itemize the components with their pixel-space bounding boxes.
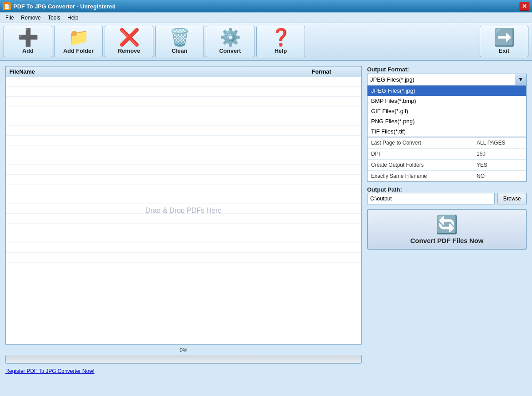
format-list: JPEG Files(*.jpg) BMP Files(*.bmp) GIF F… — [367, 85, 527, 137]
settings-key-last-page: Last Page to Convert — [368, 137, 473, 148]
format-option-jpeg[interactable]: JPEG Files(*.jpg) — [368, 86, 526, 96]
help-label: Help — [274, 47, 287, 54]
output-format-label: Output Format: — [367, 66, 527, 73]
output-path-section: Output Path: Browse — [367, 186, 527, 204]
left-panel: FileName Format Drag & Drop PDFs Here — [5, 66, 362, 376]
app-icon: 📄 — [3, 2, 11, 10]
settings-val-dpi: 150 — [473, 149, 526, 159]
title-bar: 📄 PDF To JPG Converter - Unregistered ✕ — [0, 0, 532, 12]
browse-button[interactable]: Browse — [497, 193, 527, 204]
convert-button[interactable]: ⚙️ Convert — [206, 26, 254, 57]
title-text: PDF To JPG Converter - Unregistered — [13, 3, 520, 10]
remove-button[interactable]: ❌ Remove — [105, 26, 153, 57]
exit-label: Exit — [499, 47, 509, 54]
output-path-row: Browse — [367, 193, 527, 204]
file-table-header: FileName Format — [6, 67, 361, 77]
close-button[interactable]: ✕ — [520, 2, 529, 11]
settings-key-create-folders: Create Output Folders — [368, 160, 473, 170]
settings-row-last-page: Last Page to Convert ALL PAGES — [368, 137, 526, 149]
convert-now-button[interactable]: 🔄 Convert PDF Files Now — [367, 209, 527, 250]
add-icon: ➕ — [18, 29, 39, 46]
settings-val-same-filename: NO — [473, 171, 526, 181]
format-dropdown-button[interactable]: ▼ — [515, 74, 526, 85]
convert-icon: ⚙️ — [220, 29, 241, 46]
menu-help[interactable]: Help — [64, 14, 82, 22]
add-label: Add — [22, 47, 33, 54]
settings-key-same-filename: Exactly Same Filename — [368, 171, 473, 181]
format-option-bmp[interactable]: BMP Files(*.bmp) — [368, 96, 526, 106]
add-folder-label: Add Folder — [63, 47, 94, 54]
file-table: FileName Format Drag & Drop PDFs Here — [5, 66, 362, 345]
menu-remove[interactable]: Remove — [17, 14, 44, 22]
progress-bar-container — [5, 355, 362, 364]
settings-row-same-filename: Exactly Same Filename NO — [368, 171, 526, 181]
file-table-body[interactable]: Drag & Drop PDFs Here — [6, 77, 361, 344]
output-path-input[interactable] — [367, 193, 495, 204]
exit-button[interactable]: ➡️ Exit — [480, 26, 528, 57]
progress-label: 0% — [5, 347, 362, 353]
remove-icon: ❌ — [119, 29, 140, 46]
format-dropdown-text: JPEG Files(*.jpg) — [368, 75, 515, 84]
output-path-label: Output Path: — [367, 186, 527, 193]
clean-icon: 🗑️ — [169, 29, 190, 46]
help-icon: ❓ — [270, 29, 291, 46]
format-option-gif[interactable]: GIF Files(*.gif) — [368, 106, 526, 116]
right-panel: Output Format: JPEG Files(*.jpg) ▼ JPEG … — [367, 66, 527, 376]
settings-val-last-page: ALL PAGES — [473, 137, 526, 148]
folder-icon: 📁 — [68, 29, 89, 46]
clean-label: Clean — [172, 47, 187, 54]
add-folder-button[interactable]: 📁 Add Folder — [54, 26, 103, 57]
convert-now-icon: 🔄 — [436, 214, 458, 235]
format-option-png[interactable]: PNG Files(*.png) — [368, 116, 526, 126]
settings-row-create-folders: Create Output Folders YES — [368, 160, 526, 171]
menu-bar: File Remove Tools Help — [0, 12, 532, 23]
register-link[interactable]: Register PDF To JPG Converter Now! — [5, 366, 362, 376]
settings-key-dpi: DPI — [368, 149, 473, 159]
menu-tools[interactable]: Tools — [44, 14, 64, 22]
column-format: Format — [308, 67, 361, 77]
convert-now-label: Convert PDF Files Now — [410, 237, 483, 244]
settings-val-create-folders: YES — [473, 160, 526, 170]
toolbar: ➕ Add 📁 Add Folder ❌ Remove 🗑️ Clean ⚙️ … — [0, 23, 532, 61]
format-dropdown[interactable]: JPEG Files(*.jpg) ▼ — [367, 74, 527, 85]
output-format-section: Output Format: JPEG Files(*.jpg) ▼ JPEG … — [367, 66, 527, 182]
exit-icon: ➡️ — [494, 29, 515, 46]
main-content: FileName Format Drag & Drop PDFs Here — [0, 61, 532, 381]
clean-button[interactable]: 🗑️ Clean — [155, 26, 204, 57]
menu-file[interactable]: File — [2, 14, 17, 22]
column-filename: FileName — [6, 67, 308, 77]
format-option-tif[interactable]: TIF Files(*.tif) — [368, 126, 526, 137]
file-rows-background — [6, 77, 361, 344]
convert-label: Convert — [219, 47, 241, 54]
settings-table: Last Page to Convert ALL PAGES DPI 150 C… — [367, 137, 527, 182]
help-button[interactable]: ❓ Help — [256, 26, 305, 57]
add-button[interactable]: ➕ Add — [4, 26, 52, 57]
settings-row-dpi: DPI 150 — [368, 149, 526, 160]
progress-area: 0% — [5, 347, 362, 364]
remove-label: Remove — [118, 47, 141, 54]
